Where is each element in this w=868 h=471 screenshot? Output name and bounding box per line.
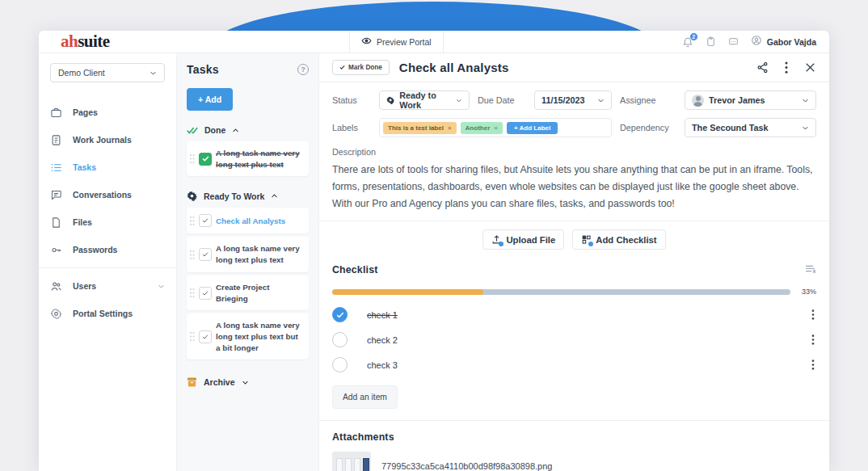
task-checkbox[interactable]: [199, 287, 212, 300]
notifications-bell-icon[interactable]: 2: [682, 36, 693, 48]
assignee-value: Trevor James: [709, 95, 765, 105]
chevron-down-icon: [150, 69, 157, 77]
item-options-icon[interactable]: [811, 334, 816, 345]
checklist-item-text[interactable]: check 1: [367, 310, 398, 320]
dependency-value: The Secound Task: [692, 123, 769, 132]
double-check-icon: [187, 126, 198, 135]
sidebar-item-label: Work Journals: [73, 135, 132, 145]
task-card[interactable]: A long task name very long text plus tex…: [187, 237, 309, 271]
mark-done-button[interactable]: Mark Done: [332, 60, 390, 75]
due-date-select[interactable]: 11/15/2023: [534, 90, 612, 110]
sidebar-item-conversations[interactable]: Conversations: [50, 181, 165, 208]
sidebar-item-files[interactable]: Files: [50, 208, 165, 236]
add-checklist-button[interactable]: Add Checklist: [572, 229, 665, 250]
status-gear-icon: [386, 95, 394, 105]
checklist-item-text[interactable]: check 3: [367, 360, 398, 370]
add-task-button[interactable]: + Add: [187, 88, 233, 111]
done-section-label: Done: [204, 125, 225, 135]
chevron-down-icon: [802, 97, 809, 104]
status-value: Ready to Work: [399, 90, 451, 110]
sidebar-divider: [39, 267, 176, 268]
eye-icon: [361, 36, 372, 48]
messages-icon[interactable]: [728, 36, 739, 47]
sidebar-item-label: Tasks: [73, 162, 96, 172]
sidebar-item-label: Users: [73, 281, 96, 291]
clipboard-icon[interactable]: [706, 36, 716, 47]
dependency-select[interactable]: The Secound Task: [685, 118, 816, 137]
attachment-actions: Upload File Add Checklist: [332, 229, 816, 250]
checklist-grid-icon: [581, 234, 592, 245]
sidebar-item-users[interactable]: Users: [50, 272, 165, 300]
task-detail-header: Mark Done Check all Analysts: [319, 53, 829, 82]
sidebar-item-label: Portal Settings: [73, 309, 133, 318]
chevron-up-icon: [271, 192, 278, 200]
add-label-button[interactable]: + Add Label: [507, 122, 558, 134]
ready-section-header[interactable]: Ready To Work: [187, 191, 309, 201]
task-card-done[interactable]: A long task name very long text plus tex…: [187, 141, 309, 176]
user-menu[interactable]: Gabor Vajda: [751, 35, 816, 49]
task-card[interactable]: Create Project Brieging: [187, 275, 309, 310]
attachment-thumbnail[interactable]: [332, 452, 371, 471]
help-icon[interactable]: ?: [297, 64, 309, 75]
logo-part-red: ah: [61, 32, 78, 51]
drag-handle-icon: [189, 331, 195, 342]
checklist-checkbox[interactable]: [332, 332, 348, 347]
sidebar-item-work-journals[interactable]: Work Journals: [50, 126, 165, 153]
users-icon: [50, 280, 62, 292]
sidebar-item-label: Files: [73, 217, 92, 227]
archive-section-header[interactable]: Archive: [187, 377, 309, 387]
task-card[interactable]: A long task name very long text plus tex…: [187, 313, 309, 360]
upload-file-button[interactable]: Upload File: [482, 229, 564, 250]
more-options-icon[interactable]: [785, 61, 788, 74]
remove-label-icon[interactable]: [494, 124, 498, 132]
task-checkbox-checked[interactable]: [199, 153, 212, 166]
client-selector-value: Demo Client: [58, 68, 105, 78]
remove-label-icon[interactable]: [448, 124, 452, 132]
task-checkbox[interactable]: [199, 248, 212, 261]
checklist-checkbox[interactable]: [332, 357, 348, 372]
checklist-progress: 33%: [332, 288, 816, 296]
ready-section-label: Ready To Work: [204, 191, 264, 201]
task-checkbox[interactable]: [199, 330, 212, 343]
description-text[interactable]: There are lots of tools for sharing file…: [332, 162, 816, 212]
chevron-down-icon: [597, 97, 605, 104]
checklist-checkbox-checked[interactable]: [332, 307, 348, 322]
due-date-value: 11/15/2023: [541, 95, 584, 105]
task-checkbox[interactable]: [199, 214, 212, 227]
sidebar-item-passwords[interactable]: Passwords: [50, 236, 165, 263]
add-checklist-item-button[interactable]: Add an item: [332, 385, 398, 409]
chat-bubble-icon: [50, 189, 62, 201]
close-icon[interactable]: [804, 61, 816, 74]
task-fields: Status Ready to Work Due Date 11/15/2023…: [332, 90, 816, 137]
check-icon: [339, 65, 345, 70]
topbar-actions: 2 Gabor Vajda: [682, 35, 829, 49]
sidebar-item-label: Conversations: [73, 190, 132, 200]
label-tag-text: This is a test label: [388, 124, 444, 132]
sidebar-item-tasks[interactable]: Tasks: [50, 153, 165, 181]
done-section-header[interactable]: Done: [187, 125, 309, 135]
hide-completed-icon[interactable]: [804, 263, 816, 277]
label-tag: This is a test label: [383, 122, 457, 134]
item-options-icon[interactable]: [811, 360, 816, 370]
sidebar-item-portal-settings[interactable]: Portal Settings: [50, 300, 165, 327]
share-icon[interactable]: [756, 61, 769, 74]
status-select[interactable]: Ready to Work: [379, 90, 470, 110]
item-options-icon[interactable]: [811, 309, 816, 320]
task-title: Create Project Brieging: [216, 282, 302, 304]
drag-handle-icon: [189, 288, 195, 298]
file-icon: [50, 217, 62, 229]
attachment-row[interactable]: 77995c33ca5ca4110b00d98f98a30898.png: [332, 452, 816, 471]
progress-percent-label: 33%: [797, 288, 816, 296]
task-card-selected[interactable]: Check all Analysts: [187, 208, 309, 233]
preview-portal-button[interactable]: Preview Portal: [349, 31, 444, 53]
sidebar-item-pages[interactable]: Pages: [50, 99, 165, 126]
client-selector[interactable]: Demo Client: [50, 63, 165, 82]
checklist-title: Checklist: [332, 264, 377, 275]
key-icon: [50, 244, 62, 256]
checklist-item-text[interactable]: check 2: [367, 335, 398, 345]
labels-label: Labels: [332, 123, 371, 132]
label-tag: Another: [461, 122, 503, 134]
assignee-select[interactable]: Trevor James: [685, 90, 816, 110]
due-date-label: Due Date: [478, 95, 526, 105]
labels-field[interactable]: This is a test label Another + Add Label: [379, 118, 612, 137]
